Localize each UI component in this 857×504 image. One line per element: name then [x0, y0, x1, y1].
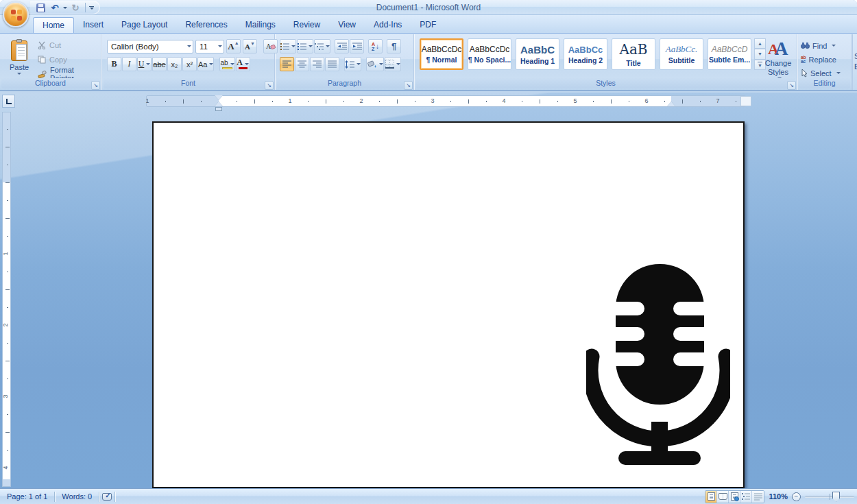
style-no-spacing[interactable]: AaBbCcDc ¶ No Spaci...: [468, 38, 511, 70]
change-case-caret: [209, 63, 213, 65]
copy-button[interactable]: Copy: [36, 53, 101, 66]
font-dialog-launcher[interactable]: ↘: [265, 81, 274, 90]
font-size-combo[interactable]: 11: [195, 40, 224, 53]
replace-label: Replace: [809, 56, 836, 64]
ruler-tick: [629, 101, 629, 102]
superscript-button[interactable]: x²: [182, 57, 197, 71]
full-screen-reading-view-button[interactable]: [717, 491, 729, 503]
multilevel-list-button[interactable]: [314, 39, 330, 53]
zoom-level[interactable]: 110%: [769, 492, 788, 501]
right-indent-marker[interactable]: [667, 101, 675, 106]
font-name-combo[interactable]: Calibri (Body): [107, 40, 193, 53]
tab-add-ins[interactable]: Add-Ins: [365, 17, 411, 33]
tab-view[interactable]: View: [329, 17, 365, 33]
bullets-button[interactable]: [280, 39, 296, 53]
zoom-slider-thumb[interactable]: [832, 492, 840, 502]
first-line-indent-marker[interactable]: [215, 95, 223, 100]
replace-icon: ab ac: [801, 56, 806, 64]
quick-access-toolbar: ↶ ↻: [30, 1, 100, 14]
v-ruler[interactable]: 1234: [2, 112, 11, 487]
left-indent-marker[interactable]: [215, 107, 222, 111]
superscript-icon: x²: [186, 60, 193, 69]
style-title[interactable]: AaB Title: [612, 38, 655, 70]
show-hide-pilcrow-button[interactable]: ¶: [387, 39, 401, 53]
style-subtitle[interactable]: AaBbCc. Subtitle: [660, 38, 703, 70]
tab-insert[interactable]: Insert: [74, 17, 112, 33]
justify-button[interactable]: [325, 57, 339, 71]
redo-icon: ↻: [72, 3, 80, 12]
font-group-label: Font: [104, 78, 273, 88]
undo-button[interactable]: ↶: [49, 2, 61, 13]
subscript-button[interactable]: x₂: [167, 57, 182, 71]
grow-font-arrow: ▲: [234, 40, 239, 45]
outline-view-button[interactable]: [740, 491, 752, 503]
editing-group-label: Editing: [799, 78, 850, 88]
line-spacing-icon: [345, 60, 354, 69]
tab-page-layout[interactable]: Page Layout: [112, 17, 176, 33]
shading-icon: [367, 60, 377, 69]
styles-dialog-launcher[interactable]: ↘: [787, 81, 796, 90]
style-preview: AaBbCcD: [712, 45, 748, 54]
zoom-out-button[interactable]: −: [792, 492, 801, 501]
numbering-button[interactable]: [297, 39, 313, 53]
font-color-button[interactable]: A: [236, 57, 250, 71]
ruler-tick: [5, 289, 10, 290]
group-font: Calibri (Body) 11 A▲ A▼ A B I: [102, 34, 275, 90]
bold-button[interactable]: B: [107, 57, 121, 71]
web-layout-view-button[interactable]: [729, 491, 740, 503]
select-button[interactable]: Select: [801, 67, 841, 79]
align-right-button[interactable]: [310, 57, 324, 71]
hanging-indent-marker[interactable]: [215, 101, 223, 106]
redo-button[interactable]: ↻: [69, 2, 82, 13]
clipboard-dialog-launcher[interactable]: ↘: [91, 81, 100, 90]
customize-qat-button[interactable]: [89, 6, 94, 10]
justify-icon: [328, 60, 337, 69]
style-subtle-emphasis[interactable]: AaBbCcD Subtle Em...: [708, 38, 751, 70]
paragraph-dialog-launcher[interactable]: ↘: [404, 81, 413, 90]
office-button[interactable]: [3, 1, 29, 27]
print-layout-view-button[interactable]: [705, 491, 717, 503]
find-button[interactable]: Find: [801, 40, 841, 51]
highlight-color-button[interactable]: ab: [219, 57, 234, 71]
tab-references[interactable]: References: [176, 17, 236, 33]
h-ruler[interactable]: 11234567: [146, 95, 746, 107]
tab-stop-selector[interactable]: [2, 95, 15, 108]
style-label: Heading 2: [568, 56, 603, 64]
underline-button[interactable]: U: [137, 57, 152, 71]
cut-button[interactable]: Cut: [36, 38, 101, 51]
line-spacing-button[interactable]: [344, 57, 361, 71]
align-left-button[interactable]: [280, 57, 294, 71]
style-heading-2[interactable]: AaBbCc Heading 2: [564, 38, 607, 70]
clipboard-group-label: Clipboard: [1, 78, 99, 88]
word-count[interactable]: Words: 0: [55, 491, 99, 503]
zoom-slider[interactable]: [805, 496, 854, 498]
page-indicator[interactable]: Page: 1 of 1: [0, 491, 54, 503]
undo-dropdown[interactable]: [63, 7, 67, 9]
align-center-button[interactable]: [295, 57, 309, 71]
font-name-value: Calibri (Body): [111, 43, 159, 51]
borders-button[interactable]: [385, 57, 401, 71]
grow-font-button[interactable]: A▲: [226, 39, 241, 53]
increase-indent-button[interactable]: [350, 39, 364, 53]
clipped-label-line2: E: [854, 62, 857, 71]
tab-home[interactable]: Home: [33, 17, 74, 33]
ruler-tick: 7: [716, 97, 719, 104]
tab-mailings[interactable]: Mailings: [237, 17, 285, 33]
italic-button[interactable]: I: [122, 57, 136, 71]
tab-pdf[interactable]: PDF: [411, 17, 445, 33]
save-button[interactable]: [34, 2, 47, 13]
decrease-indent-button[interactable]: [335, 39, 349, 53]
sort-button[interactable]: AZ ↓: [368, 39, 383, 53]
shading-button[interactable]: [366, 57, 384, 71]
change-case-button[interactable]: Aa: [197, 57, 214, 71]
tab-review[interactable]: Review: [285, 17, 329, 33]
style-normal[interactable]: AaBbCcDc ¶ Normal: [420, 38, 463, 70]
style-heading-1[interactable]: AaBbC Heading 1: [516, 38, 559, 70]
strikethrough-button[interactable]: abe: [152, 57, 167, 71]
replace-button[interactable]: ab ac Replace: [801, 53, 841, 65]
spellcheck-status-button[interactable]: [99, 491, 114, 503]
font-color-swatch: [239, 67, 248, 69]
draft-view-button[interactable]: [752, 491, 764, 503]
shrink-font-button[interactable]: A▼: [243, 39, 257, 53]
multilevel-list-caret: [326, 45, 330, 47]
